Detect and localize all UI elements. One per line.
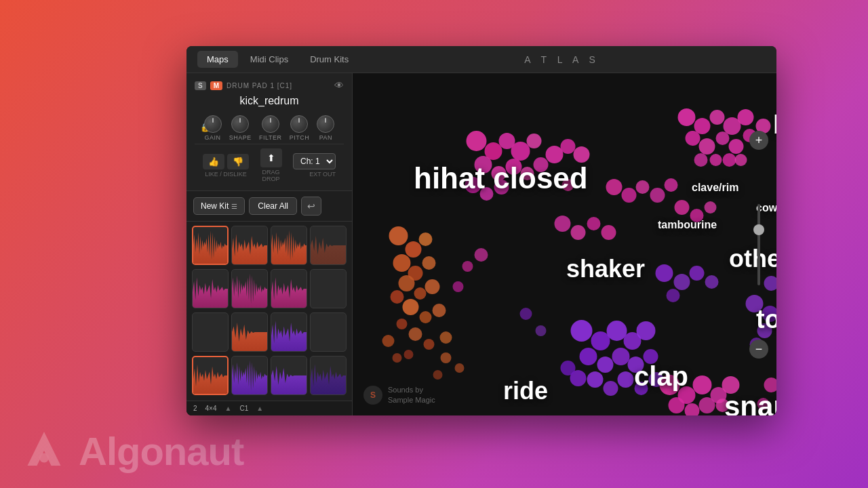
controls-row: 🔒 GAIN SHAPE FILTER PI (195, 113, 344, 144)
zoom-out-button[interactable]: − (749, 340, 768, 359)
waveform-15 (271, 357, 307, 394)
pad-cell-1[interactable] (192, 226, 229, 265)
nav-tabs: Maps Midi Clips Drum Kits (197, 51, 358, 68)
sample-magic-credit: S Sounds bySample Magic (363, 385, 435, 405)
app-body: S M DRUM PAD 1 [C1] 👁 kick_redrum 🔒 GAIN (186, 73, 776, 415)
pad-header: S M DRUM PAD 1 [C1] 👁 kick_redrum 🔒 GAIN (186, 73, 352, 191)
eye-icon[interactable]: 👁 (334, 80, 344, 91)
svg-point-95 (571, 225, 586, 240)
svg-point-76 (722, 376, 740, 394)
svg-point-60 (580, 348, 597, 365)
svg-point-28 (527, 134, 542, 148)
svg-point-11 (403, 299, 419, 315)
svg-point-4 (393, 254, 411, 272)
svg-point-72 (660, 375, 680, 395)
svg-point-56 (591, 331, 610, 350)
tab-midi-clips[interactable]: Midi Clips (241, 51, 298, 68)
atlas-map-svg (353, 73, 776, 415)
shape-label: SHAPE (229, 134, 252, 141)
svg-point-21 (441, 352, 452, 363)
pad-cell-2[interactable] (231, 226, 268, 265)
pad-cell-5[interactable] (192, 269, 229, 308)
badge-s: S (195, 81, 206, 90)
new-kit-button[interactable]: New Kit ☰ (193, 197, 245, 215)
kit-controls: New Kit ☰ Clear All ↩ (186, 191, 352, 222)
svg-point-59 (637, 321, 656, 340)
shape-knob[interactable] (231, 115, 249, 133)
drum-pad-label: DRUM PAD 1 [C1] (226, 82, 292, 89)
svg-point-19 (382, 335, 395, 347)
svg-point-33 (534, 157, 549, 172)
clear-all-button[interactable]: Clear All (249, 197, 297, 215)
pad-cell-4[interactable] (310, 226, 347, 265)
new-kit-label: New Kit (201, 201, 229, 211)
svg-point-13 (433, 304, 446, 317)
svg-point-61 (597, 357, 614, 373)
svg-point-51 (694, 153, 708, 167)
waveform-6 (232, 270, 267, 308)
svg-point-94 (555, 216, 571, 232)
waveform-2 (232, 226, 267, 264)
svg-point-42 (710, 110, 725, 125)
pad-cell-13[interactable] (192, 356, 229, 395)
pad-cell-11[interactable] (271, 312, 307, 352)
svg-point-8 (414, 287, 427, 300)
drag-drop-button[interactable]: ⬆ (260, 148, 282, 167)
svg-point-44 (738, 109, 754, 125)
svg-point-96 (587, 217, 601, 230)
pad-cell-9[interactable] (192, 312, 229, 352)
filter-knob[interactable] (262, 115, 279, 133)
svg-point-2 (406, 241, 422, 258)
svg-point-20 (393, 353, 402, 363)
dislike-button[interactable]: 👎 (227, 154, 249, 169)
pad-cell-15[interactable] (271, 356, 307, 395)
pitch-knob[interactable] (290, 115, 308, 133)
pad-cell-16[interactable] (310, 356, 347, 395)
pad-cell-10[interactable] (231, 312, 268, 352)
waveform-5 (193, 270, 228, 308)
svg-point-54 (735, 154, 747, 166)
svg-point-31 (506, 159, 522, 175)
waveform-11 (271, 313, 307, 351)
waveform-10 (232, 313, 267, 351)
svg-point-46 (699, 138, 715, 155)
pad-cell-12[interactable] (310, 312, 347, 352)
like-dislike-label: LIKE / DISLIKE (205, 171, 247, 178)
pad-cell-8[interactable] (310, 269, 347, 308)
atlas-panel[interactable]: hihat closed bongo/conga clave/rim cowbe… (353, 73, 776, 415)
like-dislike-group: 👍 👎 (203, 154, 249, 169)
svg-point-3 (419, 232, 433, 246)
tab-maps[interactable]: Maps (197, 51, 238, 68)
tab-drum-kits[interactable]: Drum Kits (300, 51, 358, 68)
svg-point-7 (399, 275, 415, 291)
svg-point-52 (710, 154, 722, 166)
svg-point-9 (425, 279, 440, 294)
svg-point-77 (669, 397, 685, 413)
pad-cell-3[interactable] (271, 226, 307, 265)
sample-magic-logo: S (363, 386, 382, 405)
svg-point-107 (562, 179, 574, 191)
svg-point-109 (764, 378, 777, 392)
svg-point-41 (694, 118, 711, 134)
pan-knob[interactable] (317, 115, 334, 133)
svg-point-6 (422, 256, 436, 270)
gain-knob[interactable] (204, 115, 222, 133)
knob-pan: PAN (317, 115, 334, 141)
svg-point-71 (561, 361, 576, 375)
svg-point-14 (397, 319, 408, 329)
svg-point-40 (678, 108, 696, 126)
pad-cell-14[interactable] (231, 356, 268, 395)
channel-select[interactable]: Ch: 1 Ch: 2 Ch: 3 (293, 153, 336, 169)
undo-button[interactable]: ↩ (301, 197, 321, 216)
menu-icon: ☰ (231, 203, 237, 210)
svg-point-34 (546, 146, 564, 163)
waveform-13 (193, 357, 227, 394)
zoom-slider-thumb[interactable] (753, 224, 764, 235)
svg-point-36 (574, 146, 590, 163)
zoom-in-button[interactable]: + (749, 131, 768, 150)
pad-cell-6[interactable] (231, 269, 268, 308)
svg-point-104 (536, 325, 547, 336)
ext-out-label: EXT OUT (309, 171, 336, 178)
pad-cell-7[interactable] (271, 269, 307, 308)
like-button[interactable]: 👍 (203, 154, 224, 169)
